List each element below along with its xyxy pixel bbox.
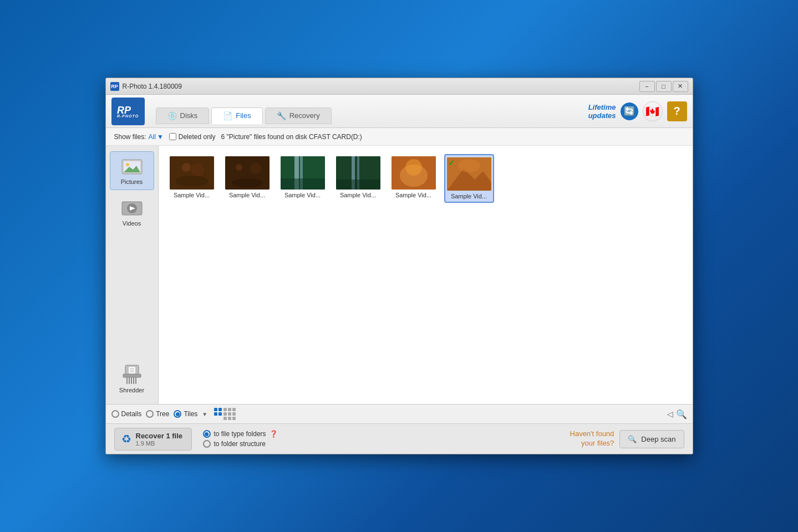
status-text: 6 "Picture" files found on disk CFAST CA… xyxy=(221,133,362,141)
sidebar-item-shredder[interactable]: Shredder xyxy=(110,360,154,398)
tab-recovery[interactable]: 🔧 Recovery xyxy=(265,108,332,124)
header-right: Lifetime updates 🔄 🇨🇦 ? xyxy=(588,101,687,121)
videos-icon xyxy=(121,198,143,218)
file-name: Sample Vid... xyxy=(391,192,436,198)
recover-to-folder-structure[interactable]: to folder structure xyxy=(203,440,278,448)
deep-scan-label: Deep scan xyxy=(641,435,675,443)
file-name: Sample Vid... xyxy=(280,192,326,198)
deep-scan-icon: 🔍 xyxy=(628,435,637,443)
shredder-icon xyxy=(121,365,143,385)
svg-rect-11 xyxy=(131,377,132,384)
recover-icon: ♻ xyxy=(121,432,131,446)
details-radio[interactable] xyxy=(111,410,119,418)
recover-bar: ♻ Recover 1 file 1.9 MB to file type fol… xyxy=(106,423,693,454)
file-name: Sample Vid... xyxy=(448,193,491,200)
svg-rect-9 xyxy=(126,377,128,384)
svg-rect-33 xyxy=(336,180,380,190)
app-icon: RP xyxy=(110,82,119,91)
file-name: Sample Vid... xyxy=(169,192,215,198)
help-tooltip-icon[interactable]: ❓ xyxy=(270,430,278,438)
view-details-option[interactable]: Details xyxy=(111,410,142,418)
file-thumbnail xyxy=(281,156,325,190)
not-found-link[interactable]: Haven't found your files? xyxy=(570,429,614,448)
view-options-bar: Details Tree Tiles ▼ xyxy=(106,404,693,423)
view-tiles-option[interactable]: Tiles xyxy=(174,410,197,418)
window-title: R-Photo 1.4.180009 xyxy=(123,83,639,90)
list-item[interactable]: Sample Vid... xyxy=(278,154,328,203)
sidebar-item-pictures[interactable]: Pictures xyxy=(110,151,154,190)
deep-scan-button[interactable]: 🔍 Deep scan xyxy=(619,430,684,448)
svg-rect-12 xyxy=(133,377,134,384)
type-folders-radio[interactable] xyxy=(203,430,211,438)
tab-disks[interactable]: 💿 Disks xyxy=(156,108,210,124)
details-label: Details xyxy=(121,410,142,418)
tab-disks-label: Disks xyxy=(180,111,198,120)
update-icon[interactable]: 🔄 xyxy=(621,103,638,120)
tree-radio[interactable] xyxy=(146,410,154,418)
pictures-icon xyxy=(121,157,143,176)
file-thumbnail xyxy=(225,156,270,190)
dropdown-arrow-icon: ▼ xyxy=(157,133,164,141)
tree-label: Tree xyxy=(156,410,169,418)
language-button[interactable]: 🇨🇦 xyxy=(643,101,663,121)
deleted-only-label: Deleted only xyxy=(179,133,216,141)
list-item[interactable]: ✓ Sample Vid... xyxy=(444,154,494,203)
title-bar: RP R-Photo 1.4.180009 − □ ✕ xyxy=(106,78,693,95)
disks-tab-icon: 💿 xyxy=(167,111,177,120)
recover-to-type-folders[interactable]: to file type folders ❓ xyxy=(203,430,278,438)
grid-size-small[interactable] xyxy=(214,408,222,420)
grid-size-medium[interactable] xyxy=(223,408,236,420)
lifetime-updates-label: Lifetime updates xyxy=(588,103,616,120)
recover-button[interactable]: ♻ Recover 1 file 1.9 MB xyxy=(114,428,192,451)
sidebar-pictures-label: Pictures xyxy=(121,178,143,185)
svg-point-24 xyxy=(250,163,261,174)
main-content: Pictures Videos xyxy=(106,146,693,404)
minimize-button[interactable]: − xyxy=(639,81,655,92)
list-item[interactable]: Sample Vid... xyxy=(222,154,272,203)
dropdown-tiles-arrow[interactable]: ▼ xyxy=(202,411,207,417)
sidebar-videos-label: Videos xyxy=(123,220,141,227)
grid-size-selector[interactable] xyxy=(214,408,236,420)
all-files-dropdown[interactable]: All ▼ xyxy=(149,133,164,141)
folder-structure-radio[interactable] xyxy=(203,440,211,448)
tab-recovery-label: Recovery xyxy=(289,111,320,120)
recovery-tab-icon: 🔧 xyxy=(277,111,286,120)
sidebar: Pictures Videos xyxy=(106,146,159,404)
sidebar-item-videos[interactable]: Videos xyxy=(110,193,154,232)
not-found-line1: Haven't found xyxy=(570,429,614,439)
show-files-filter: Show files: All ▼ xyxy=(114,133,164,141)
list-item[interactable]: Sample Vid... xyxy=(333,154,383,203)
sidebar-shredder-label: Shredder xyxy=(119,387,144,393)
svg-point-2 xyxy=(126,163,129,166)
not-found-line2: your files? xyxy=(570,439,614,448)
window-controls: − □ ✕ xyxy=(639,81,688,92)
svg-rect-8 xyxy=(123,374,141,377)
svg-rect-10 xyxy=(129,377,130,384)
deleted-only-filter[interactable]: Deleted only xyxy=(169,133,216,141)
svg-point-21 xyxy=(175,176,209,187)
tab-files[interactable]: 📄 Files xyxy=(211,108,262,124)
view-tree-option[interactable]: Tree xyxy=(146,410,169,418)
deleted-only-checkbox[interactable] xyxy=(169,133,176,140)
svg-rect-29 xyxy=(281,178,325,190)
search-area: ◁ 🔍 xyxy=(667,409,687,420)
file-name: Sample Vid... xyxy=(336,192,381,198)
tab-files-label: Files xyxy=(236,111,251,120)
app-logo: RP R-PHOTO xyxy=(111,98,145,125)
tiles-radio[interactable] xyxy=(174,410,181,418)
folder-structure-label: to folder structure xyxy=(214,440,266,448)
file-thumbnail xyxy=(392,156,436,190)
file-thumbnail xyxy=(336,156,380,190)
recover-size: 1.9 MB xyxy=(136,440,183,447)
selection-checkmark: ✓ xyxy=(448,158,455,167)
svg-point-20 xyxy=(191,163,204,177)
search-icon[interactable]: 🔍 xyxy=(676,409,687,420)
close-button[interactable]: ✕ xyxy=(673,81,688,92)
main-window: RP R-Photo 1.4.180009 − □ ✕ RP R-PHOTO 💿… xyxy=(105,78,693,454)
list-item[interactable]: Sample Vid... xyxy=(167,154,217,203)
svg-rect-13 xyxy=(135,377,136,384)
list-item[interactable]: Sample Vid... xyxy=(389,154,439,203)
help-button[interactable]: ? xyxy=(667,101,687,121)
maximize-button[interactable]: □ xyxy=(656,81,672,92)
back-arrow-icon[interactable]: ◁ xyxy=(667,410,673,418)
